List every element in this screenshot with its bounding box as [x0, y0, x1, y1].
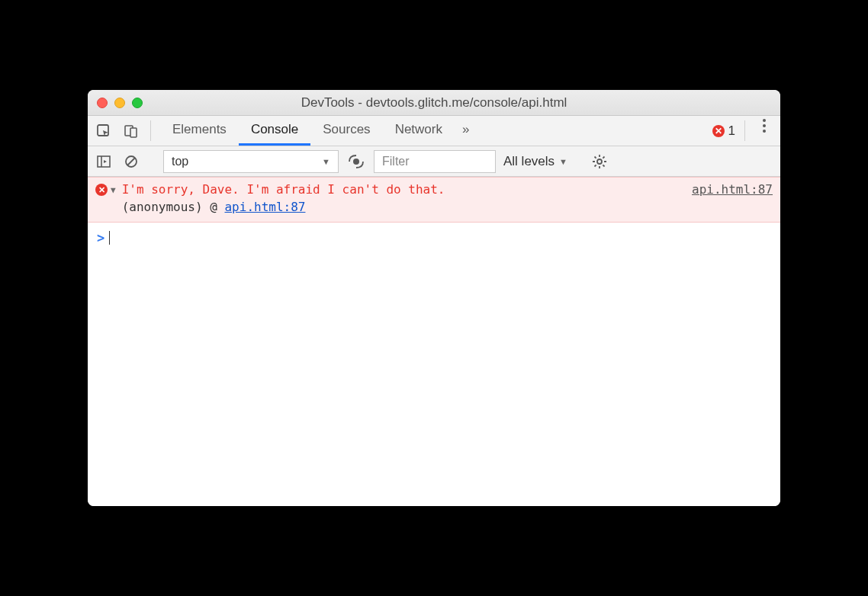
trace-prefix: (anonymous) @ [122, 200, 225, 214]
divider [744, 120, 745, 141]
disclosure-triangle-icon[interactable]: ▼ [111, 184, 116, 195]
log-levels-label: All levels [503, 154, 555, 169]
error-source-link[interactable]: api.html:87 [692, 182, 773, 197]
svg-line-16 [594, 165, 596, 166]
live-expression-icon[interactable] [346, 152, 366, 171]
settings-menu-button[interactable] [754, 116, 774, 136]
console-settings-icon[interactable] [590, 152, 609, 171]
svg-point-9 [597, 159, 602, 164]
console-output: ✕ ▼ api.html:87 I'm sorry, Dave. I'm afr… [88, 177, 780, 506]
svg-rect-2 [130, 128, 137, 137]
execution-context-selector[interactable]: top ▼ [163, 150, 339, 173]
log-levels-selector[interactable]: All levels ▼ [503, 154, 567, 169]
divider [150, 120, 151, 141]
inspect-element-icon[interactable] [94, 121, 114, 141]
chevron-down-icon: ▼ [322, 157, 330, 166]
device-toolbar-icon[interactable] [121, 121, 141, 141]
window-traffic-lights [97, 98, 143, 108]
titlebar: DevTools - devtools.glitch.me/console/ap… [88, 90, 780, 116]
console-filterbar: top ▼ All levels ▼ [88, 146, 780, 177]
devtools-window: DevTools - devtools.glitch.me/console/ap… [88, 90, 780, 506]
console-sidebar-toggle-icon[interactable] [94, 152, 114, 171]
tab-elements[interactable]: Elements [160, 116, 239, 146]
text-cursor [109, 231, 110, 245]
clear-console-icon[interactable] [121, 152, 141, 171]
zoom-window-button[interactable] [132, 98, 143, 108]
minimize-window-button[interactable] [114, 98, 125, 108]
svg-point-8 [353, 159, 359, 165]
error-icon: ✕ [712, 125, 725, 137]
panel-tabs: Elements Console Sources Network » [160, 116, 477, 146]
execution-context-value: top [172, 155, 188, 168]
console-prompt[interactable]: > [88, 223, 780, 253]
svg-marker-5 [104, 160, 107, 163]
window-title: DevTools - devtools.glitch.me/console/ap… [88, 95, 780, 111]
error-message: I'm sorry, Dave. I'm afraid I can't do t… [122, 182, 445, 197]
error-count-badge[interactable]: ✕ 1 [712, 116, 735, 146]
trace-source-link[interactable]: api.html:87 [224, 200, 305, 214]
console-error-row: ✕ ▼ api.html:87 I'm sorry, Dave. I'm afr… [88, 177, 780, 223]
tabs-overflow-button[interactable]: » [455, 116, 477, 146]
svg-line-14 [594, 156, 596, 158]
stack-trace: (anonymous) @ api.html:87 [122, 200, 773, 214]
error-count-value: 1 [728, 123, 735, 139]
prompt-caret-icon: > [97, 230, 104, 245]
svg-line-15 [603, 165, 604, 166]
svg-line-7 [127, 158, 135, 165]
filter-input[interactable] [374, 150, 496, 173]
tab-console[interactable]: Console [239, 116, 310, 146]
error-icon: ✕ [95, 184, 108, 196]
tab-network[interactable]: Network [383, 116, 455, 146]
tab-sources[interactable]: Sources [310, 116, 382, 146]
svg-line-17 [603, 156, 604, 158]
main-tabbar: Elements Console Sources Network » ✕ 1 [88, 116, 780, 146]
chevron-down-icon: ▼ [559, 157, 567, 166]
close-window-button[interactable] [97, 98, 108, 108]
